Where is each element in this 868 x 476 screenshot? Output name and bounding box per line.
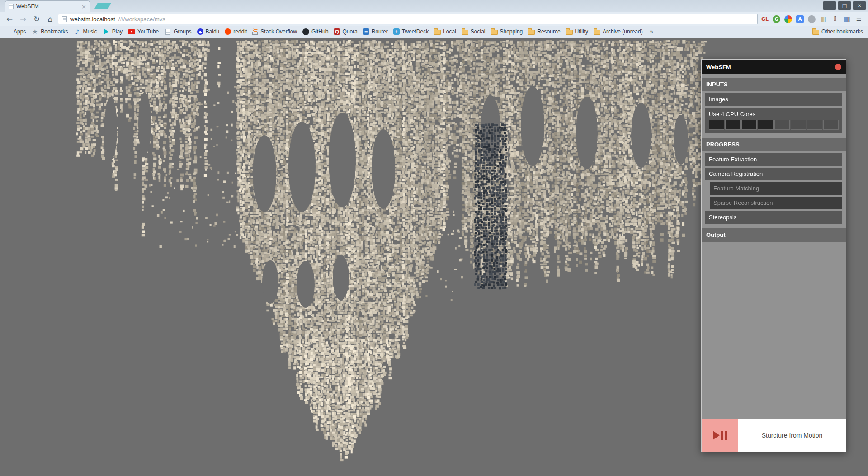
panel-title-bar[interactable]: WebSFM: [702, 60, 846, 74]
inputs-section-header[interactable]: INPUTS: [702, 78, 846, 91]
bookmark-label: Quora: [342, 28, 357, 35]
ext-gray-circle-icon[interactable]: [808, 15, 816, 23]
star-icon: ★: [31, 28, 38, 35]
home-button[interactable]: ⌂: [44, 13, 56, 25]
bookmark-label: YouTube: [137, 28, 159, 35]
folder-icon: [491, 30, 498, 35]
youtube-icon: [128, 29, 135, 34]
window-close-button[interactable]: ×: [853, 1, 866, 10]
record-indicator-icon[interactable]: [835, 64, 841, 70]
chrome-menu-button[interactable]: ≡: [855, 15, 863, 23]
browser-toolbar: ← → ↻ ⌂ websfm.localhost/#/workspace/mvs…: [0, 12, 868, 26]
bookmark-router[interactable]: ≡ Router: [361, 28, 390, 36]
3d-viewport: WebSFM INPUTS Images Use 4 CPU Cores PRO…: [0, 38, 868, 476]
bookmark-reddit[interactable]: reddit: [222, 28, 249, 36]
bookmark-label: reddit: [233, 28, 247, 35]
stereopsis-item[interactable]: Stereopsis: [705, 211, 842, 224]
bookmarks-bar: Apps ★ Bookmarks ♪ Music Play YouTube Gr…: [0, 26, 868, 38]
bookmark-stack-overflow[interactable]: Stack Overflow: [250, 28, 299, 36]
bookmark-label: Stack Overflow: [260, 28, 297, 35]
bookmarks-overflow-chevron[interactable]: »: [646, 28, 657, 35]
bookmark-github[interactable]: GitHub: [300, 28, 330, 36]
apps-grid-icon: [5, 28, 11, 35]
bookmark-folder-utility[interactable]: Utility: [564, 28, 590, 36]
ext-grid-icon[interactable]: ▦: [820, 15, 827, 23]
bookmark-folder-social[interactable]: Social: [459, 28, 488, 36]
bookmark-quora[interactable]: Q Quora: [331, 28, 359, 36]
ext-film-icon[interactable]: ▥: [843, 15, 851, 23]
bookmark-label: Groups: [174, 28, 191, 35]
run-sfm-button[interactable]: [702, 419, 738, 452]
bookmark-play[interactable]: Play: [100, 27, 125, 36]
page-security-icon: [62, 16, 67, 22]
url-host: websfm.localhost: [70, 16, 115, 23]
ext-translate-icon[interactable]: A: [796, 15, 804, 23]
ext-grammarly-icon[interactable]: G: [773, 15, 780, 23]
cpu-core-segment[interactable]: [741, 120, 757, 130]
cpu-core-segment[interactable]: [709, 120, 724, 130]
bookmark-folder-resource[interactable]: Resource: [526, 28, 562, 36]
bookmark-youtube[interactable]: YouTube: [126, 28, 161, 36]
bookmark-groups[interactable]: Groups: [162, 27, 193, 36]
url-path: /#/workspace/mvs: [118, 16, 165, 23]
other-bookmarks-label: Other bookmarks: [821, 28, 863, 35]
bookmark-baidu[interactable]: Baidu: [195, 28, 222, 36]
reddit-icon: [225, 28, 231, 35]
bookmark-label: Baidu: [206, 28, 220, 35]
cpu-core-segment[interactable]: [791, 120, 806, 130]
bookmark-label: Archive (unread): [603, 28, 643, 35]
bookmark-label: Bookmarks: [41, 28, 68, 35]
play-pause-icon: [713, 431, 727, 440]
output-section-header[interactable]: Output: [702, 228, 846, 242]
bookmark-label: Social: [471, 28, 486, 35]
ext-pinwheel-icon[interactable]: [784, 15, 792, 23]
other-bookmarks[interactable]: Other bookmarks: [810, 28, 865, 36]
websfm-panel: WebSFM INPUTS Images Use 4 CPU Cores PRO…: [701, 59, 846, 452]
folder-icon: [566, 30, 573, 35]
bookmark-tweetdeck[interactable]: t TweetDeck: [391, 28, 431, 36]
cpu-cores-control: Use 4 CPU Cores: [705, 108, 842, 133]
url-bar[interactable]: websfm.localhost/#/workspace/mvs: [58, 14, 758, 24]
baidu-paw-icon: [197, 28, 203, 35]
bookmark-label: Local: [443, 28, 456, 35]
bookmark-folder-shopping[interactable]: Shopping: [489, 28, 525, 36]
tab-websfm[interactable]: WebSFM ×: [5, 0, 90, 12]
reload-button[interactable]: ↻: [31, 13, 42, 25]
quora-icon: Q: [334, 28, 340, 35]
bookmark-folder-archive[interactable]: Archive (unread): [591, 28, 645, 36]
ext-download-icon[interactable]: ⇩: [831, 15, 839, 23]
window-maximize-button[interactable]: □: [838, 1, 851, 10]
play-triangle-icon: [103, 28, 110, 35]
back-button[interactable]: ←: [4, 13, 15, 25]
cpu-cores-slider[interactable]: [709, 120, 839, 130]
progress-section-header[interactable]: PROGRESS: [702, 138, 846, 151]
bookmark-label: Play: [112, 28, 123, 35]
cpu-core-segment[interactable]: [725, 120, 741, 130]
bookmark-label: Resource: [537, 28, 560, 35]
ext-gl-icon[interactable]: GL: [761, 15, 769, 23]
tab-close-icon[interactable]: ×: [81, 3, 86, 10]
cpu-core-segment[interactable]: [807, 120, 822, 130]
bookmark-bookmarks[interactable]: ★ Bookmarks: [29, 27, 70, 36]
cpu-core-segment[interactable]: [758, 120, 773, 130]
bookmark-label: Music: [83, 28, 97, 35]
feature-matching-item[interactable]: Feature Matching: [710, 182, 842, 195]
router-icon: ≡: [363, 28, 369, 35]
new-tab-button[interactable]: [94, 3, 111, 9]
cpu-core-segment[interactable]: [774, 120, 790, 130]
forward-button[interactable]: →: [17, 13, 29, 25]
bookmark-music[interactable]: ♪ Music: [71, 27, 99, 36]
bookmark-label: Shopping: [500, 28, 523, 35]
images-button[interactable]: Images: [705, 93, 842, 106]
page-icon: [165, 29, 170, 35]
camera-registration-item[interactable]: Camera Registration: [705, 168, 842, 180]
tweetdeck-icon: t: [393, 28, 400, 35]
bookmark-apps[interactable]: Apps: [3, 28, 28, 36]
sparse-reconstruction-item[interactable]: Sparse Reconstruction: [710, 197, 842, 209]
window-minimize-button[interactable]: —: [823, 1, 836, 10]
bookmark-folder-local[interactable]: Local: [432, 28, 458, 36]
feature-extraction-item[interactable]: Feature Extraction: [705, 153, 842, 166]
tab-title: WebSFM: [16, 3, 79, 9]
cpu-core-segment[interactable]: [823, 120, 839, 130]
extension-area: GL G A ▦ ⇩ ▥ ≡: [760, 15, 864, 23]
